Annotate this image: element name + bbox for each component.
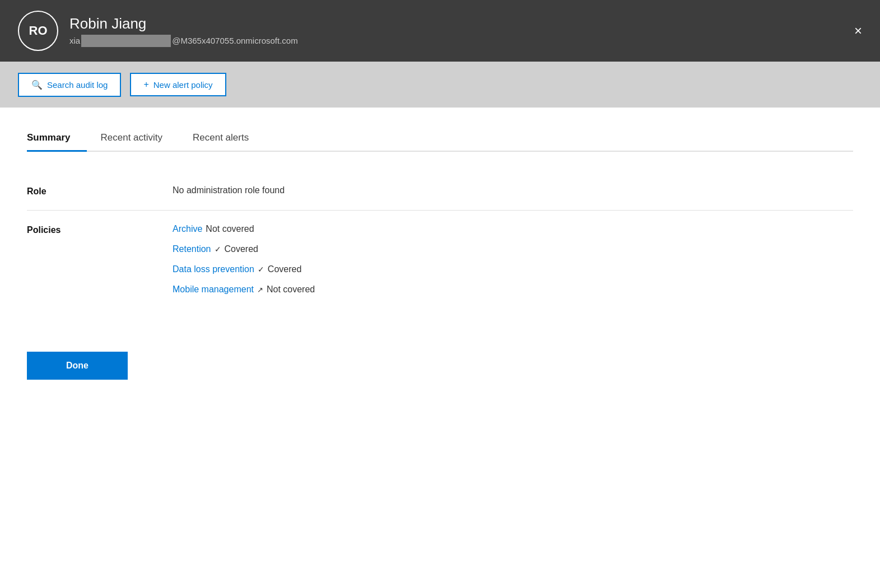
tab-recent-activity[interactable]: Recent activity <box>100 125 179 152</box>
policies-content: Archive Not covered Retention ✓ Covered … <box>173 224 853 305</box>
email-suffix: @M365x407055.onmicrosoft.com <box>172 36 298 45</box>
retention-status: Covered <box>225 244 258 254</box>
dlp-check-icon: ✓ <box>258 265 264 274</box>
dlp-status: Covered <box>268 264 301 274</box>
role-label: Role <box>27 185 173 197</box>
policy-mobile: Mobile management ↗ Not covered <box>173 284 853 295</box>
plus-icon: + <box>143 80 148 90</box>
tab-recent-alerts[interactable]: Recent alerts <box>193 125 266 152</box>
email-prefix: xia <box>69 36 80 45</box>
main-content: Summary Recent activity Recent alerts Ro… <box>0 108 880 588</box>
search-audit-label: Search audit log <box>47 80 108 90</box>
done-button[interactable]: Done <box>27 352 128 380</box>
external-link-icon: ↗ <box>257 286 263 294</box>
search-icon: 🔍 <box>31 80 43 90</box>
role-section: Role No administration role found <box>27 172 853 210</box>
policy-dlp: Data loss prevention ✓ Covered <box>173 264 853 274</box>
new-alert-label: New alert policy <box>153 80 213 90</box>
archive-status: Not covered <box>206 224 254 234</box>
tab-summary[interactable]: Summary <box>27 125 87 152</box>
new-alert-policy-button[interactable]: + New alert policy <box>130 73 226 96</box>
policies-label: Policies <box>27 224 173 235</box>
policy-archive: Archive Not covered <box>173 224 853 234</box>
dlp-link[interactable]: Data loss prevention <box>173 264 254 274</box>
close-icon: × <box>854 23 862 38</box>
search-audit-log-button[interactable]: 🔍 Search audit log <box>18 73 121 97</box>
done-label: Done <box>66 361 89 370</box>
user-email: xia@M365x407055.onmicrosoft.com <box>69 35 298 47</box>
policies-section: Policies Archive Not covered Retention ✓… <box>27 211 853 318</box>
close-button[interactable]: × <box>854 24 862 38</box>
tab-bar: Summary Recent activity Recent alerts <box>27 125 853 152</box>
retention-check-icon: ✓ <box>215 245 221 254</box>
role-value: No administration role found <box>173 185 853 195</box>
policy-retention: Retention ✓ Covered <box>173 244 853 254</box>
mobile-link[interactable]: Mobile management <box>173 284 254 295</box>
retention-link[interactable]: Retention <box>173 244 211 254</box>
archive-link[interactable]: Archive <box>173 224 202 234</box>
header-info: Robin Jiang xia@M365x407055.onmicrosoft.… <box>69 15 298 47</box>
user-name: Robin Jiang <box>69 15 298 32</box>
toolbar: 🔍 Search audit log + New alert policy <box>0 62 880 108</box>
avatar-initials: RO <box>29 24 48 38</box>
mobile-status: Not covered <box>267 284 315 295</box>
avatar: RO <box>18 11 58 51</box>
header: RO Robin Jiang xia@M365x407055.onmicroso… <box>0 0 880 62</box>
email-redacted <box>81 35 171 47</box>
